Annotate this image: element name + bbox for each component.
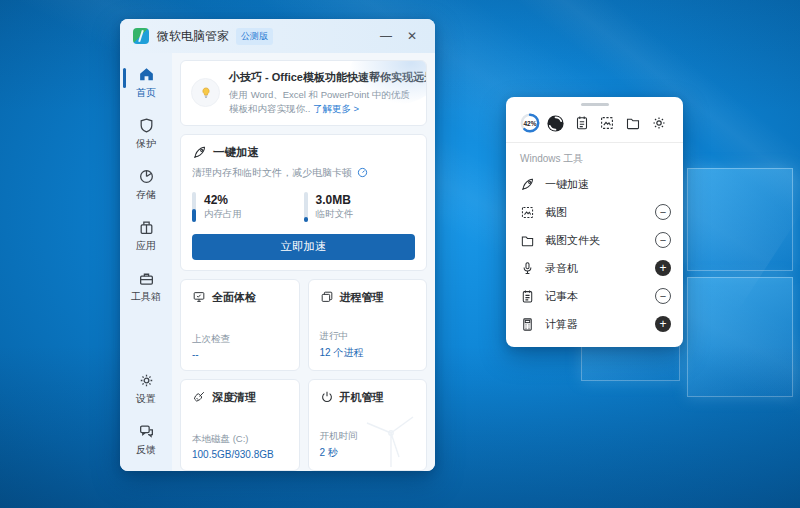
tempfiles-value: 3.0MB	[316, 193, 354, 207]
popup-item-label: 一键加速	[545, 177, 589, 192]
startup-title: 开机管理	[340, 390, 384, 405]
cleanup-title: 深度清理	[212, 390, 256, 405]
sidebar-item-settings[interactable]: 设置	[120, 365, 172, 412]
gear-icon	[138, 372, 155, 389]
boost-now-button[interactable]: 立即加速	[192, 234, 415, 260]
storage-icon	[138, 168, 155, 185]
checkup-subtitle: 上次检查	[192, 333, 288, 346]
cleanup-icon	[192, 390, 212, 404]
boost-subtitle: 清理内存和临时文件，减少电脑卡顿	[192, 166, 415, 180]
app-logo-icon	[133, 28, 149, 44]
apps-icon	[138, 219, 155, 236]
process-icon	[320, 290, 340, 304]
windows-logo-pane-bottom-right	[687, 277, 793, 397]
home-icon	[138, 66, 155, 83]
home-content: 小技巧 - Office模板功能快速帮你实现远景 使用 Word、Excel 和…	[172, 53, 435, 471]
feedback-icon	[138, 423, 155, 440]
minimize-button[interactable]: —	[373, 25, 399, 47]
checkup-value: --	[192, 349, 288, 360]
tempfiles-stat: 3.0MB 临时文件	[304, 192, 416, 222]
microphone-icon	[520, 261, 535, 276]
rocket-icon	[192, 145, 213, 160]
titlebar[interactable]: 微软电脑管家 公测版 — ✕	[120, 19, 435, 53]
section-web-tools-clipped: 网页工具	[506, 338, 683, 347]
process-subtitle: 进行中	[320, 330, 416, 343]
add-pin-button[interactable]: +	[655, 316, 671, 332]
notepad-icon[interactable]	[571, 112, 593, 134]
speedometer-icon	[352, 167, 368, 178]
memory-ring-icon[interactable]: 42%	[519, 112, 541, 134]
folder-icon	[520, 233, 535, 248]
sidebar-item-toolbox[interactable]: 工具箱	[120, 263, 172, 310]
popup-item-screenshot[interactable]: 截图 −	[506, 198, 683, 226]
toolbox-icon	[138, 270, 155, 287]
popup-item-notepad[interactable]: 记事本 −	[506, 282, 683, 310]
close-button[interactable]: ✕	[399, 25, 425, 47]
popup-item-boost[interactable]: 一键加速	[506, 170, 683, 198]
tempfiles-bar	[304, 192, 308, 222]
toolbar-popup: 42% Windows 工具 一键加速 截图 −	[506, 97, 683, 347]
process-title: 进程管理	[340, 290, 384, 305]
windmill-watermark	[343, 411, 429, 469]
cleanup-card[interactable]: 深度清理 本地磁盘 (C:) 100.5GB/930.8GB	[180, 379, 300, 471]
remove-pin-button[interactable]: −	[655, 288, 671, 304]
popup-item-label: 录音机	[545, 261, 578, 276]
windows-logo-pane-top-right	[687, 168, 793, 271]
sidebar-item-storage[interactable]: 存储	[120, 161, 172, 208]
quick-icons-row: 42%	[506, 108, 683, 142]
learn-more-link[interactable]: 了解更多 >	[313, 103, 359, 114]
cleanup-value: 100.5GB/930.8GB	[192, 449, 288, 460]
memory-ring-value: 42%	[519, 112, 541, 134]
sidebar-item-apps[interactable]: 应用	[120, 212, 172, 259]
drag-handle[interactable]	[581, 103, 609, 106]
popup-item-calculator[interactable]: 计算器 +	[506, 310, 683, 338]
active-indicator	[123, 68, 126, 88]
boost-subtitle-text: 清理内存和临时文件，减少电脑卡顿	[192, 166, 352, 180]
memory-bar	[192, 192, 196, 222]
shield-icon	[138, 117, 155, 134]
section-windows-tools: Windows 工具	[506, 143, 683, 170]
screenshot-icon[interactable]	[596, 112, 618, 134]
process-card[interactable]: 进程管理 进行中 12 个进程	[308, 279, 428, 371]
popup-item-screenshot-folder[interactable]: 截图文件夹 −	[506, 226, 683, 254]
sidebar-item-home[interactable]: 首页	[120, 59, 172, 106]
boost-title: 一键加速	[213, 145, 259, 160]
rocket-icon	[520, 177, 535, 192]
beta-badge: 公测版	[236, 28, 273, 45]
remove-pin-button[interactable]: −	[655, 232, 671, 248]
memory-stat: 42% 内存占用	[192, 192, 304, 222]
add-pin-button[interactable]: +	[655, 260, 671, 276]
lightbulb-icon	[191, 78, 220, 107]
boost-stats: 42% 内存占用 3.0MB 临时文件	[192, 192, 415, 222]
pc-manager-window: 微软电脑管家 公测版 — ✕ 首页 保护	[120, 19, 435, 471]
app-title: 微软电脑管家	[157, 28, 229, 45]
boost-header: 一键加速	[192, 145, 415, 160]
sidebar-item-feedback[interactable]: 反馈	[120, 416, 172, 463]
tip-banner[interactable]: 小技巧 - Office模板功能快速帮你实现远景 使用 Word、Excel 和…	[180, 60, 427, 126]
popup-item-recorder[interactable]: 录音机 +	[506, 254, 683, 282]
boost-swirl-icon[interactable]	[545, 112, 567, 134]
popup-item-label: 计算器	[545, 317, 578, 332]
sidebar-item-protection[interactable]: 保护	[120, 110, 172, 157]
checkup-card[interactable]: 全面体检 上次检查 --	[180, 279, 300, 371]
memory-label: 内存占用	[204, 208, 242, 221]
process-value: 12 个进程	[320, 346, 416, 360]
cleanup-subtitle: 本地磁盘 (C:)	[192, 433, 288, 446]
sidebar: 首页 保护 存储 应用	[120, 53, 172, 471]
folder-icon[interactable]	[622, 112, 644, 134]
memory-value: 42%	[204, 193, 242, 207]
popup-item-label: 截图文件夹	[545, 233, 600, 248]
calculator-icon	[520, 317, 535, 332]
popup-item-label: 截图	[545, 205, 567, 220]
popup-item-label: 记事本	[545, 289, 578, 304]
boost-card: 一键加速 清理内存和临时文件，减少电脑卡顿 42% 内存占用	[180, 134, 427, 271]
power-icon	[320, 390, 340, 404]
notepad-icon	[520, 289, 535, 304]
gear-icon[interactable]	[648, 112, 670, 134]
checkup-icon	[192, 290, 212, 304]
screenshot-icon	[520, 205, 535, 220]
remove-pin-button[interactable]: −	[655, 204, 671, 220]
tempfiles-label: 临时文件	[316, 208, 354, 221]
checkup-title: 全面体检	[212, 290, 256, 305]
